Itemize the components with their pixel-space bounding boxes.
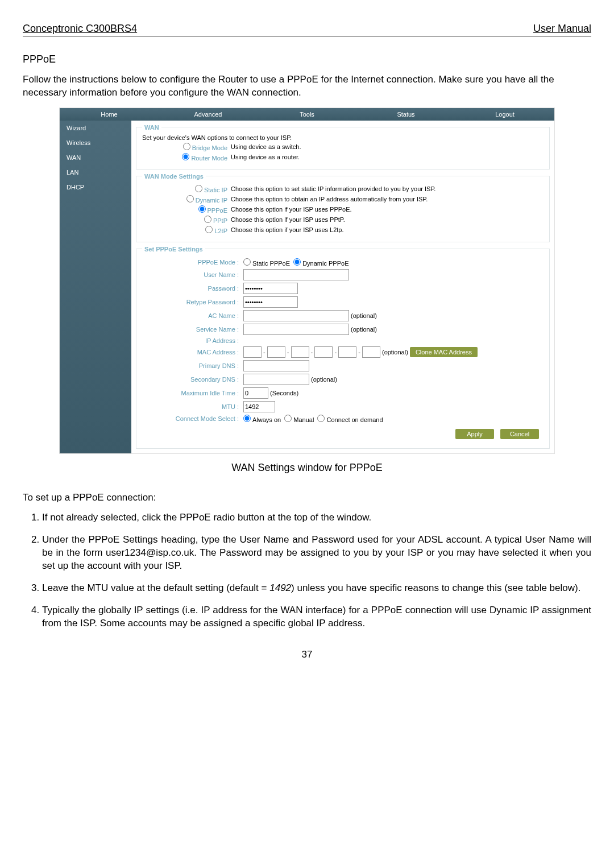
content-area: WAN Set your device's WAN options to con… (131, 121, 554, 453)
sidebar-item-dhcp[interactable]: DHCP (60, 180, 131, 195)
nav-advanced[interactable]: Advanced (159, 108, 258, 121)
mode-l2tp-label: L2tP (214, 228, 227, 234)
doc-header-right: User Manual (533, 23, 591, 35)
mac-address-group: - - - - - (optional) Clone MAC Address (243, 346, 478, 358)
mac-field-4[interactable] (314, 346, 333, 358)
router-mode-radio[interactable] (182, 153, 189, 160)
wan-mode-panel: WAN Mode Settings Static IPChoose this o… (136, 173, 550, 242)
secondary-dns-label: Secondary DNS : (142, 376, 243, 383)
conn-demand-radio[interactable] (317, 415, 325, 422)
conn-manual-label: Manual (293, 416, 314, 423)
sidebar-item-wireless[interactable]: Wireless (60, 135, 131, 150)
wan-mode-legend: WAN Mode Settings (142, 173, 206, 180)
button-bar: Apply Cancel (142, 425, 544, 443)
pppoe-settings-panel: Set PPPoE Settings PPPoE Mode : Static P… (136, 246, 550, 449)
mode-l2tp-option[interactable]: L2tP (142, 226, 231, 234)
password-input[interactable] (243, 283, 298, 294)
page-number: 37 (23, 649, 591, 660)
nav-status[interactable]: Status (356, 108, 455, 121)
mode-pppoe-radio[interactable] (198, 205, 206, 213)
conn-demand-label: Connect on demand (326, 416, 383, 423)
mode-staticip-label: Static IP (204, 187, 227, 193)
top-nav: Home Advanced Tools Status Logout (60, 108, 554, 121)
mac-address-label: MAC Address : (142, 349, 243, 356)
ip-address-label: IP Address : (142, 337, 243, 344)
step-4: Typically the globally IP settings (i.e.… (42, 604, 591, 630)
router-ui-screenshot: Home Advanced Tools Status Logout Wizard… (59, 108, 555, 454)
sidebar: Wizard Wireless WAN LAN DHCP (60, 121, 131, 453)
sidebar-item-wan[interactable]: WAN (60, 150, 131, 165)
step-2: Under the PPPoE Settings heading, type t… (42, 534, 591, 573)
primary-dns-input[interactable] (243, 360, 309, 371)
service-name-input[interactable] (243, 324, 349, 335)
mode-l2tp-desc: Choose this option if your ISP uses L2tp… (231, 226, 344, 233)
idle-time-input[interactable] (243, 387, 268, 399)
pppoe-panel-legend: Set PPPoE Settings (142, 246, 205, 253)
header-divider (23, 36, 591, 36)
pppoe-mode-label: PPPoE Mode : (142, 259, 243, 266)
screenshot-caption: WAN Settings window for PPPoE (23, 462, 591, 474)
pppoe-mode-static-radio[interactable] (243, 258, 251, 266)
mac-optional-text: (optional) (382, 349, 408, 356)
nav-home[interactable]: Home (60, 108, 159, 121)
retype-password-input[interactable] (243, 296, 298, 308)
mode-pptp-radio[interactable] (204, 216, 211, 223)
conn-manual-radio[interactable] (284, 415, 292, 422)
intro-paragraph: Follow the instructions below to configu… (23, 73, 591, 100)
router-mode-desc: Using device as a router. (231, 154, 300, 160)
setup-heading: To set up a PPPoE connection: (23, 492, 591, 503)
nav-tools[interactable]: Tools (258, 108, 356, 121)
pppoe-mode-dynamic-radio[interactable] (293, 258, 301, 266)
mac-field-1[interactable] (243, 346, 262, 358)
mode-pptp-option[interactable]: PPtP (142, 216, 231, 224)
sidebar-item-lan[interactable]: LAN (60, 165, 131, 180)
mode-pppoe-desc: Choose this option if your ISP uses PPPo… (231, 206, 352, 213)
password-label: Password : (142, 285, 243, 292)
secondary-dns-input[interactable] (243, 374, 309, 385)
mode-dynamicip-radio[interactable] (186, 195, 194, 202)
cancel-button[interactable]: Cancel (500, 429, 539, 439)
mode-dynamicip-option[interactable]: Dynamic IP (142, 195, 231, 204)
wan-panel-desc: Set your device's WAN options to connect… (142, 134, 544, 141)
mac-field-6[interactable] (362, 346, 380, 358)
wan-panel: WAN Set your device's WAN options to con… (136, 124, 550, 170)
mac-field-2[interactable] (267, 346, 285, 358)
apply-button[interactable]: Apply (455, 429, 494, 439)
retype-password-label: Retype Password : (142, 299, 243, 305)
bridge-mode-option[interactable]: Bridge Mode (142, 143, 231, 151)
mode-staticip-desc: Choose this option to set static IP info… (231, 185, 435, 192)
clone-mac-button[interactable]: Clone MAC Address (410, 347, 478, 357)
router-mode-option[interactable]: Router Mode (142, 153, 231, 162)
ac-name-input[interactable] (243, 310, 349, 321)
mode-l2tp-radio[interactable] (205, 226, 213, 233)
mtu-label: MTU : (142, 403, 243, 410)
ac-name-label: AC Name : (142, 312, 243, 319)
conn-always-radio[interactable] (243, 415, 251, 422)
nav-logout[interactable]: Logout (455, 108, 554, 121)
mode-dynamicip-desc: Choose this option to obtain an IP addre… (231, 196, 428, 202)
step-3: Leave the MTU value at the default setti… (42, 582, 591, 595)
mode-pptp-label: PPtP (213, 217, 227, 224)
mode-staticip-radio[interactable] (195, 185, 202, 192)
mac-field-5[interactable] (338, 346, 356, 358)
mode-dynamicip-label: Dynamic IP (196, 197, 227, 204)
pppoe-mode-static-label: Static PPPoE (252, 260, 290, 267)
bridge-mode-radio[interactable] (183, 143, 190, 150)
router-mode-label: Router Mode (191, 155, 227, 162)
step-3-post: ) unless you have specific reasons to ch… (291, 582, 580, 593)
ac-optional-text: (optional) (351, 312, 377, 319)
mode-staticip-option[interactable]: Static IP (142, 185, 231, 193)
sidebar-item-wizard[interactable]: Wizard (60, 121, 131, 135)
primary-dns-label: Primary DNS : (142, 362, 243, 369)
idle-time-label: Maximum Idle Time : (142, 390, 243, 396)
service-name-label: Service Name : (142, 326, 243, 333)
doc-header: Conceptronic C300BRS4 User Manual (23, 23, 591, 35)
mode-pppoe-option[interactable]: PPPoE (142, 205, 231, 214)
mtu-input[interactable] (243, 401, 275, 412)
bridge-mode-desc: Using device as a switch. (231, 143, 301, 150)
mode-pppoe-label: PPPoE (208, 207, 227, 214)
pppoe-mode-group: Static PPPoE Dynamic PPPoE (243, 258, 349, 267)
user-name-label: User Name : (142, 271, 243, 278)
mac-field-3[interactable] (291, 346, 309, 358)
user-name-input[interactable] (243, 269, 349, 280)
